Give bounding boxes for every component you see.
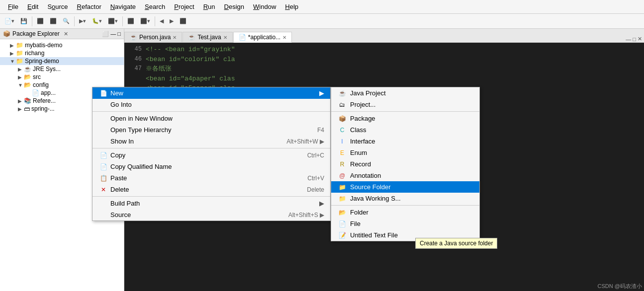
ctx-label: Go Into (110, 101, 324, 108)
ctx-item-show-in[interactable]: Show In Alt+Shift+W ▶ (92, 136, 330, 147)
sub-item-enum[interactable]: E Enum (331, 147, 479, 158)
line-content: <bean id="a4paper" clas (146, 74, 235, 84)
project-icon: 🗂 (337, 101, 347, 108)
toolbar-btn-5[interactable]: ⬛ (125, 16, 137, 26)
collapse-icon[interactable]: ⬜ (102, 31, 109, 37)
sub-item-folder[interactable]: 📂 Folder (331, 207, 479, 218)
menu-run[interactable]: Run (199, 2, 219, 11)
paste-icon: 📋 (98, 175, 108, 182)
ctx-item-gointo[interactable]: Go Into (92, 99, 330, 110)
panel-icon: 📦 (3, 30, 10, 37)
tree-label: src (33, 73, 41, 80)
menu-window[interactable]: Window (249, 2, 280, 11)
tab-close-icon[interactable]: ✕ (173, 35, 177, 40)
sub-label: Untitled Text File (350, 231, 398, 239)
sub-item-file[interactable]: 📄 File (331, 218, 479, 229)
menu-design[interactable]: Design (220, 2, 248, 11)
editor-maximize-icon[interactable]: □ (633, 36, 636, 42)
package-icon: 📦 (337, 115, 347, 122)
project-icon: 📁 (16, 50, 23, 57)
toolbar-btn-7[interactable]: ⬛ (177, 16, 189, 26)
line-number: 46 (128, 55, 146, 65)
editor-close-icon[interactable]: ✕ (638, 36, 642, 42)
toolbar-back[interactable]: ◀ (157, 16, 166, 26)
sub-item-package[interactable]: 📦 Package (331, 113, 479, 124)
context-menu: 📄 New ▶ Go Into Open in New Window Open … (92, 87, 331, 221)
tree-label: Spring-demo (25, 58, 59, 65)
tree-item-jre[interactable]: ▶ ☕ JRE Sys... (0, 65, 124, 73)
ctx-label: Build Path (110, 200, 319, 207)
toolbar-btn-4[interactable]: 🔍 (60, 16, 72, 26)
sub-item-project[interactable]: 🗂 Project... (331, 99, 479, 110)
sub-item-java-working[interactable]: 📁 Java Working S... (331, 193, 479, 204)
sub-item-interface[interactable]: I Interface (331, 136, 479, 147)
sub-label: Enum (350, 149, 367, 156)
line-number (128, 74, 146, 84)
toolbar-debug[interactable]: 🐛▾ (90, 16, 104, 26)
menu-project[interactable]: Project (170, 2, 198, 11)
jre-icon: ☕ (24, 66, 31, 73)
tree-item-spring-demo[interactable]: ▼ 📁 Spring-demo (0, 57, 124, 65)
minimize-icon[interactable]: — (110, 31, 116, 37)
panel-header-left: 📦 Package Explorer ✕ (3, 30, 68, 37)
ctx-item-open-type-hierarchy[interactable]: Open Type Hierarchy F4 (92, 124, 330, 136)
toolbar-btn-2[interactable]: ⬛ (34, 16, 46, 26)
tab-test-java[interactable]: ☕ Test.java ✕ (183, 32, 232, 42)
editor-tab-controls: — □ ✕ (626, 36, 644, 42)
arrow-icon: ▶ (10, 43, 16, 48)
tree-item-mybatis[interactable]: ▶ 📁 mybatis-demo (0, 41, 124, 49)
toolbar-btn-3[interactable]: ⬛ (47, 16, 59, 26)
tree-item-richang[interactable]: ▶ 📁 richang (0, 49, 124, 57)
ctx-separator (92, 111, 330, 112)
tab-application[interactable]: 📄 *applicatio... ✕ (233, 32, 292, 43)
ctx-item-new[interactable]: 📄 New ▶ (92, 87, 330, 99)
toolbar-ext[interactable]: ⬛▾ (105, 16, 120, 26)
menu-edit[interactable]: Edit (23, 2, 42, 11)
project-icon: 📁 (16, 58, 23, 65)
maximize-icon[interactable]: □ (117, 31, 121, 37)
ctx-item-open-new-window[interactable]: Open in New Window (92, 113, 330, 124)
tree-item-src[interactable]: ▶ 📂 src (0, 73, 124, 81)
sub-item-record[interactable]: R Record (331, 158, 479, 170)
interface-icon: I (337, 138, 347, 145)
toolbar-sep-3 (122, 16, 123, 26)
tab-close-icon[interactable]: ✕ (223, 35, 227, 40)
sub-item-java-project[interactable]: ☕ Java Project (331, 87, 479, 99)
tab-icon: ☕ (130, 34, 137, 41)
editor-minimize-icon[interactable]: — (626, 36, 631, 42)
menu-source[interactable]: Source (43, 2, 72, 11)
ctx-item-source[interactable]: Source Alt+Shift+S ▶ (92, 209, 330, 220)
ctx-item-build-path[interactable]: Build Path ▶ (92, 198, 330, 209)
menu-file[interactable]: File (4, 2, 22, 11)
sub-item-source-folder[interactable]: 📁 Source Folder (331, 181, 479, 193)
toolbar-new[interactable]: 📄▾ (2, 16, 17, 26)
toolbar-run[interactable]: ▶▾ (77, 16, 89, 26)
java-project-icon: ☕ (337, 90, 347, 97)
sub-item-class[interactable]: C Class (331, 124, 479, 136)
tab-person-java[interactable]: ☕ Person.java ✕ (124, 32, 182, 42)
folder-icon: 📂 (24, 73, 31, 80)
tab-close-icon[interactable]: ✕ (282, 35, 286, 40)
toolbar-btn-6[interactable]: ⬛▾ (138, 16, 153, 26)
tab-icon: 📄 (239, 34, 246, 41)
ctx-item-copy[interactable]: 📄 Copy Ctrl+C (92, 149, 330, 161)
ctx-item-paste[interactable]: 📋 Paste Ctrl+V (92, 172, 330, 184)
java-working-icon: 📁 (337, 195, 347, 202)
menu-refactor[interactable]: Refactor (73, 2, 105, 11)
ctx-separator (92, 148, 330, 148)
arrow-icon: ▶ (18, 67, 24, 72)
sub-label: Class (350, 126, 367, 134)
ctx-item-copy-qualified[interactable]: 📄 Copy Qualified Name (92, 161, 330, 172)
menu-navigate[interactable]: Navigate (106, 2, 140, 11)
toolbar-save[interactable]: 💾 (18, 16, 30, 26)
ctx-item-delete[interactable]: ✕ Delete Delete (92, 184, 330, 195)
menu-search[interactable]: Search (141, 2, 169, 11)
menu-help[interactable]: Help (281, 2, 302, 11)
shortcut-label: Alt+Shift+S ▶ (288, 212, 324, 218)
file-icon: 📄 (32, 89, 39, 96)
panel-close-icon[interactable]: ✕ (64, 31, 68, 37)
sub-item-annotation[interactable]: @ Annotation (331, 170, 479, 181)
toolbar-forward[interactable]: ▶ (167, 16, 176, 26)
tab-label: Person.java (139, 34, 171, 41)
submenu: ☕ Java Project 🗂 Project... 📦 Package C … (331, 87, 480, 241)
